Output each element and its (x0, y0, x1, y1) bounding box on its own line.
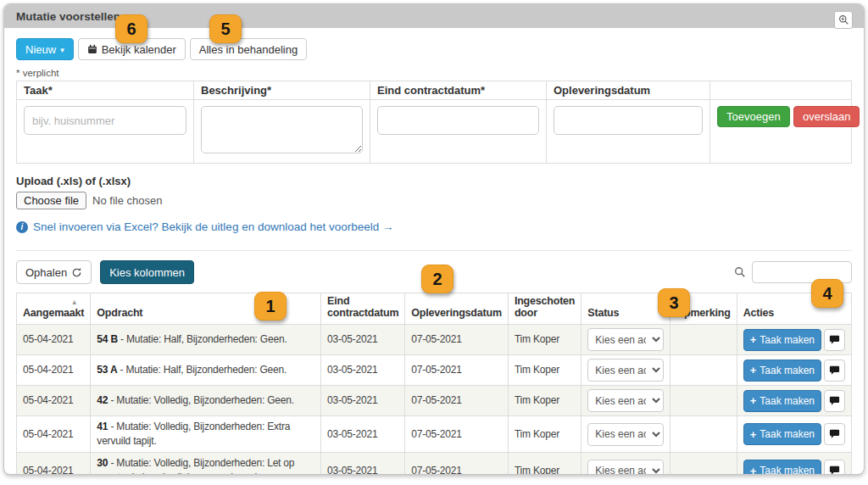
cell-aangemaakt: 05-04-2021 (17, 386, 91, 416)
status-select[interactable]: Kies een actie (587, 359, 663, 382)
excel-hint-link[interactable]: i Snel invoeren via Excel? Bekijk de uit… (16, 220, 852, 233)
plus-icon: + (750, 394, 757, 407)
mutatie-voorstellen-panel: Mutatie voorstellen Nieuw ▾ Beki (3, 3, 865, 475)
callout-badge-3: 3 (658, 288, 690, 317)
no-file-chosen-text: No file chosen (92, 194, 162, 207)
speech-bubble-icon (829, 429, 840, 439)
taak-maken-button[interactable]: +Taak maken (743, 360, 821, 382)
toevoegen-label: Toevoegen (726, 110, 781, 123)
table-row: 05-04-2021 53 A - Mutatie: Half, Bijzond… (17, 355, 852, 386)
cell-opmerking (670, 325, 737, 355)
cell-opmerking (670, 453, 737, 476)
cell-ingeschoten-door: Tim Koper (508, 453, 581, 476)
callout-badge-6: 6 (115, 14, 147, 43)
opleveringsdatum-column-label: Opleveringsdatum (547, 81, 710, 100)
form-actions-column (710, 81, 852, 100)
status-select[interactable]: Kies een actie (587, 389, 663, 412)
calendar-icon (87, 44, 97, 54)
comment-button[interactable] (824, 460, 845, 475)
overslaan-label: overslaan (803, 110, 850, 123)
plus-icon: + (750, 333, 757, 346)
sort-asc-icon[interactable]: ▲ (23, 298, 84, 307)
cell-opmerking (670, 416, 737, 453)
column-status[interactable]: Status (581, 293, 670, 325)
cell-oplevering: 07-05-2021 (405, 416, 509, 453)
cell-opdracht: 41 - Mutatie: Volledig, Bijzonderheden: … (91, 416, 321, 453)
cell-eind: 03-05-2021 (321, 355, 405, 386)
new-proposal-form: Taak* Beschrijving* Eind contractdatum* … (16, 81, 852, 164)
toevoegen-button[interactable]: Toevoegen (717, 106, 790, 127)
taak-input[interactable] (24, 106, 186, 135)
taak-maken-button[interactable]: +Taak maken (743, 390, 821, 412)
choose-file-button[interactable]: Choose file (16, 192, 86, 209)
zoom-button[interactable] (834, 11, 853, 29)
speech-bubble-icon (829, 335, 840, 345)
cell-ingeschoten-door: Tim Koper (508, 416, 581, 453)
plus-icon: + (750, 465, 757, 476)
status-select[interactable]: Kies een actie (587, 423, 663, 446)
upload-label: Upload (.xls) of (.xlsx) (16, 175, 852, 187)
chevron-down-icon: ▾ (60, 47, 64, 54)
nieuw-dropdown-button[interactable]: Nieuw ▾ (16, 38, 74, 60)
status-select[interactable]: Kies een actie (587, 460, 663, 476)
column-ingeschoten-door[interactable]: Ingeschoten door (508, 293, 581, 325)
taak-column-label: Taak* (17, 81, 194, 100)
cell-ingeschoten-door: Tim Koper (508, 355, 581, 386)
status-select[interactable]: Kies een actie (587, 328, 663, 351)
search-icon (734, 266, 746, 278)
cell-ingeschoten-door: Tim Koper (508, 325, 581, 355)
cell-opdracht: 53 A - Mutatie: Half, Bijzonderheden: Ge… (91, 355, 321, 386)
beschrijving-column-label: Beschrijving* (194, 81, 370, 100)
plus-icon: + (750, 364, 757, 376)
cell-opmerking (670, 386, 737, 416)
comment-button[interactable] (824, 423, 845, 445)
callout-badge-1: 1 (254, 292, 287, 321)
speech-bubble-icon (829, 396, 840, 406)
page-title: Mutatie voorstellen (16, 10, 120, 23)
table-row: 05-04-2021 30 - Mutatie: Volledig, Bijzo… (17, 453, 852, 476)
alles-in-behandeling-label: Alles in behandeling (199, 43, 298, 56)
callout-badge-4: 4 (811, 279, 843, 308)
cell-oplevering: 07-05-2021 (405, 453, 509, 476)
cell-opmerking (670, 355, 737, 386)
taak-maken-button[interactable]: +Taak maken (743, 423, 821, 445)
magnifier-plus-icon (838, 14, 849, 25)
table-row: 05-04-2021 42 - Mutatie: Volledig, Bijzo… (17, 386, 852, 416)
kies-kolommen-label: Kies kolommen (109, 266, 185, 279)
speech-bubble-icon (829, 365, 840, 376)
eind-contractdatum-input[interactable] (377, 106, 539, 135)
speech-bubble-icon (829, 465, 840, 475)
table-header-row: ▲ Aangemaakt Opdracht Eind contractdatum… (17, 293, 852, 325)
nieuw-label: Nieuw (25, 43, 56, 56)
comment-button[interactable] (824, 329, 845, 351)
refresh-icon (71, 267, 82, 278)
cell-oplevering: 07-05-2021 (405, 325, 509, 355)
comment-button[interactable] (824, 390, 845, 412)
plus-icon: + (750, 428, 757, 441)
column-opleveringsdatum[interactable]: Opleveringsdatum (405, 293, 509, 325)
callout-badge-5: 5 (209, 14, 242, 43)
file-input[interactable]: Choose file No file chosen (16, 192, 852, 209)
column-eind-contractdatum[interactable]: Eind contractdatum (321, 293, 405, 325)
comment-button[interactable] (824, 360, 845, 382)
column-aangemaakt[interactable]: ▲ Aangemaakt (17, 293, 91, 325)
cell-eind: 03-05-2021 (321, 386, 405, 416)
info-icon: i (16, 221, 28, 233)
proposals-table: ▲ Aangemaakt Opdracht Eind contractdatum… (16, 293, 852, 475)
beschrijving-textarea[interactable] (201, 106, 363, 153)
ophalen-button[interactable]: Ophalen (16, 260, 92, 284)
ophalen-label: Ophalen (25, 266, 67, 279)
taak-maken-button[interactable]: +Taak maken (743, 329, 821, 351)
table-row: 05-04-2021 54 B - Mutatie: Half, Bijzond… (17, 325, 852, 355)
opleveringsdatum-input[interactable] (554, 106, 703, 135)
cell-aangemaakt: 05-04-2021 (17, 355, 91, 386)
alles-in-behandeling-button[interactable]: Alles in behandeling (190, 38, 307, 60)
eind-contractdatum-column-label: Eind contractdatum* (370, 81, 547, 100)
bekijk-kalender-label: Bekijk kalender (102, 43, 176, 56)
excel-hint-label: Snel invoeren via Excel? Bekijk de uitle… (33, 220, 394, 233)
cell-aangemaakt: 05-04-2021 (17, 453, 91, 476)
table-row: 05-04-2021 41 - Mutatie: Volledig, Bijzo… (17, 416, 852, 453)
taak-maken-button[interactable]: +Taak maken (743, 460, 821, 475)
kies-kolommen-button[interactable]: Kies kolommen (100, 260, 194, 284)
overslaan-button[interactable]: overslaan (793, 106, 860, 127)
